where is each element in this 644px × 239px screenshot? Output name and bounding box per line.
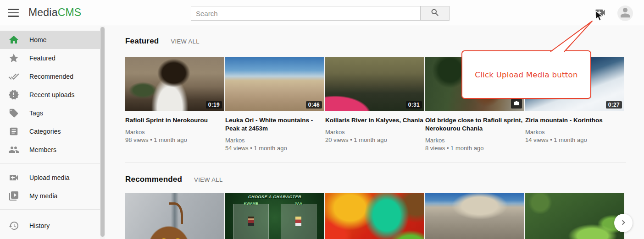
duration-badge: 0:46 xyxy=(306,101,322,109)
media-thumbnail[interactable] xyxy=(325,193,424,239)
members-icon xyxy=(8,144,19,155)
photo-badge xyxy=(511,99,522,109)
sidebar-item-label: Tags xyxy=(29,109,43,117)
sidebar-item-my-media[interactable]: My media xyxy=(0,187,100,205)
sidebar-item-label: Members xyxy=(29,146,56,153)
sidebar-item-recent-uploads[interactable]: Recent uploads xyxy=(0,86,100,104)
media-card: CHOOSE A CHARACTER KWAME YAA Selected Se… xyxy=(225,193,324,239)
sidebar: Home Featured Recommended Recent uploads… xyxy=(0,26,100,239)
media-title[interactable]: Old bridge close to Rafioli sprint, Nero… xyxy=(425,116,524,133)
logo-cms: CMS xyxy=(58,6,82,18)
tooltip-click-upload-media: Click Upload Media button xyxy=(461,50,591,99)
thumbnail-overlay-text: CHOOSE A CHARACTER xyxy=(225,195,324,199)
sidebar-item-label: My media xyxy=(29,192,57,200)
camera-icon xyxy=(514,101,519,108)
sidebar-divider xyxy=(0,209,100,210)
media-author[interactable]: Markos xyxy=(125,128,224,136)
sidebar-item-label: Recent uploads xyxy=(29,91,75,98)
sidebar-item-label: Featured xyxy=(29,54,56,62)
media-thumbnail[interactable]: CHOOSE A CHARACTER KWAME YAA Selected Se… xyxy=(225,193,324,239)
duration-badge: 0:19 xyxy=(206,101,222,109)
media-thumbnail[interactable] xyxy=(525,193,624,239)
sidebar-item-home[interactable]: Home xyxy=(0,31,100,49)
star-icon xyxy=(8,53,19,64)
menu-button[interactable] xyxy=(7,8,19,18)
search-button[interactable] xyxy=(420,6,450,21)
media-thumbnail[interactable]: 0:19 xyxy=(125,57,224,111)
media-meta: 98 views • 1 month ago xyxy=(125,136,224,144)
upload-media-icon xyxy=(8,172,19,183)
media-meta: 54 views • 1 month ago xyxy=(225,144,324,152)
media-meta: 8 views • 1 month ago xyxy=(425,144,524,152)
media-card xyxy=(425,193,524,239)
mouse-cursor-icon xyxy=(595,11,604,22)
media-title[interactable]: Rafioli Sprint in Nerokourou xyxy=(125,116,224,125)
sidebar-item-label: Categories xyxy=(29,128,61,135)
tooltip-pointer xyxy=(546,18,596,53)
search-bar xyxy=(191,6,450,21)
scrollbar-thumb[interactable] xyxy=(100,27,105,237)
media-card: 0:46 Leuka Ori - White mountains - Peak … xyxy=(225,57,324,152)
sidebar-item-tags[interactable]: Tags xyxy=(0,104,100,122)
recommended-section-header: Recommended VIEW ALL xyxy=(125,163,644,184)
media-title[interactable]: Ziria mountain - Korinthos xyxy=(525,116,624,125)
app-logo[interactable]: MediaCMS xyxy=(28,6,81,19)
media-thumbnail[interactable] xyxy=(425,193,524,239)
tooltip-text: Click Upload Media button xyxy=(475,71,577,79)
sidebar-item-label: Recommended xyxy=(29,73,73,80)
game-character-sprite xyxy=(248,217,254,226)
sidebar-item-recommended[interactable]: Recommended xyxy=(0,67,100,86)
recommended-row: CHOOSE A CHARACTER KWAME YAA Selected Se… xyxy=(125,193,644,239)
logo-media: Media xyxy=(28,6,58,18)
media-author[interactable]: Markos xyxy=(325,128,424,136)
section-title: Recommended xyxy=(125,175,182,184)
thumbnail-overlay-text: KWAME xyxy=(233,201,269,206)
media-card xyxy=(525,193,624,239)
chevron-right-icon xyxy=(618,217,628,229)
media-thumbnail[interactable]: 0:31 xyxy=(325,57,424,111)
game-character-sprite xyxy=(295,217,301,226)
sidebar-item-label: Upload media xyxy=(29,174,70,181)
sidebar-item-featured[interactable]: Featured xyxy=(0,49,100,67)
sidebar-scrollbar[interactable] xyxy=(100,26,105,239)
media-title[interactable]: Koiliaris River in Kalyves, Chania xyxy=(325,116,424,125)
user-avatar-icon xyxy=(618,5,632,21)
media-author[interactable]: Markos xyxy=(225,136,324,144)
media-card: 0:31 Koiliaris River in Kalyves, Chania … xyxy=(325,57,424,144)
media-author[interactable]: Markos xyxy=(425,136,524,144)
user-avatar-button[interactable] xyxy=(617,5,633,21)
hamburger-icon xyxy=(8,9,19,10)
sidebar-item-label: History xyxy=(29,222,50,229)
new-releases-icon xyxy=(8,89,19,100)
sidebar-item-members[interactable]: Members xyxy=(0,141,100,159)
double-check-icon xyxy=(8,71,19,82)
home-icon xyxy=(8,34,19,45)
media-meta: 20 views • 1 month ago xyxy=(325,136,424,144)
media-thumbnail[interactable]: 0:46 xyxy=(225,57,324,111)
search-icon xyxy=(430,8,440,19)
categories-icon xyxy=(8,126,19,137)
carousel-next-button[interactable] xyxy=(614,214,633,232)
history-icon xyxy=(8,220,19,231)
sidebar-item-categories[interactable]: Categories xyxy=(0,122,100,141)
media-card xyxy=(125,193,224,239)
media-meta: 14 views • 1 month ago xyxy=(525,136,624,144)
sidebar-divider xyxy=(0,163,100,164)
media-thumbnail[interactable] xyxy=(125,193,224,239)
sidebar-item-label: Home xyxy=(29,36,47,43)
featured-view-all-link[interactable]: VIEW ALL xyxy=(171,38,199,45)
sidebar-item-upload-media[interactable]: Upload media xyxy=(0,168,100,187)
duration-badge: 0:27 xyxy=(606,101,622,109)
media-title[interactable]: Leuka Ori - White mountains - Peak at 24… xyxy=(225,116,324,133)
search-input[interactable] xyxy=(191,6,420,21)
section-title: Featured xyxy=(125,37,159,46)
media-card: 0:19 Rafioli Sprint in Nerokourou Markos… xyxy=(125,57,224,144)
thumbnail-overlay-text: YAA xyxy=(281,201,316,206)
media-author[interactable]: Markos xyxy=(525,128,624,136)
sidebar-item-history[interactable]: History xyxy=(0,217,100,235)
my-media-icon xyxy=(8,190,19,201)
media-card xyxy=(325,193,424,239)
tag-icon xyxy=(8,108,19,119)
duration-badge: 0:31 xyxy=(406,101,422,109)
recommended-view-all-link[interactable]: VIEW ALL xyxy=(194,176,222,183)
